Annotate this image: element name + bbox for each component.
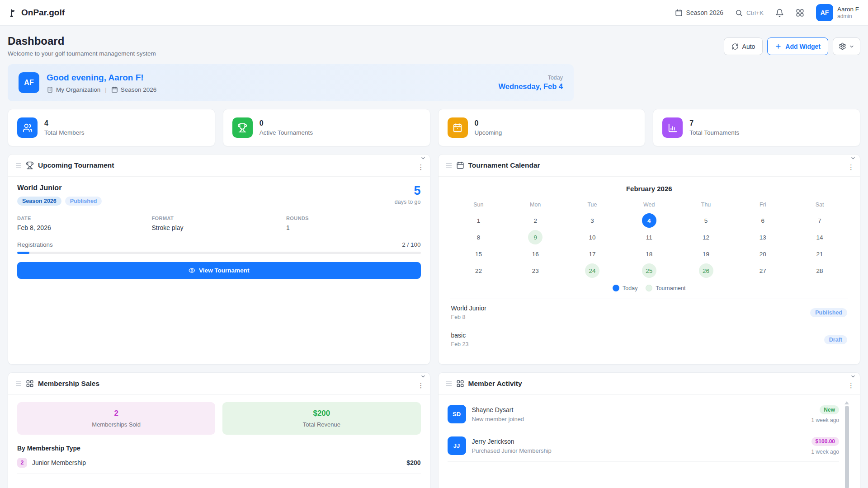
view-tournament-button[interactable]: View Tournament	[17, 262, 421, 279]
apps-menu-button[interactable]	[796, 9, 804, 17]
season-chunk: Season 2026	[111, 86, 157, 93]
weekday-label: Mon	[507, 200, 564, 211]
event-name: basic	[451, 332, 469, 339]
bar-chart-icon	[662, 117, 683, 138]
drag-handle-icon[interactable]	[15, 381, 22, 386]
greeting-text: Good evening, Aaron F!	[47, 73, 156, 83]
days-to-go-label: days to go	[395, 199, 421, 205]
membership-sales-widget: Membership Sales ⋮ 2 Memberships Sold $2…	[8, 372, 430, 488]
drag-handle-icon[interactable]	[15, 163, 22, 168]
membership-type-list: 2Junior Membership$200	[17, 452, 421, 474]
calendar-day-10[interactable]: 10	[564, 230, 621, 245]
scrollbar-up-arrow-icon[interactable]	[844, 401, 849, 404]
stat-value: 0	[475, 119, 502, 127]
rounds-label: ROUNDS	[286, 216, 421, 221]
legend-today-label: Today	[623, 285, 637, 291]
dashboard-settings-button[interactable]	[833, 38, 860, 55]
collapse-chevron-icon[interactable]	[420, 155, 426, 161]
auto-refresh-button[interactable]: Auto	[724, 38, 763, 55]
kebab-menu-icon[interactable]: ⋮	[848, 164, 854, 170]
season-selector[interactable]: Season 2026	[675, 9, 724, 17]
date-value: Feb 8, 2026	[17, 224, 152, 231]
calendar-day-18[interactable]: 18	[621, 246, 678, 262]
gear-icon	[839, 42, 846, 50]
calendar-day-4[interactable]: 4	[621, 213, 678, 228]
collapse-chevron-icon[interactable]	[850, 374, 856, 379]
meta-separator: |	[105, 86, 107, 93]
kebab-menu-icon[interactable]: ⋮	[848, 382, 854, 389]
scrollbar-thumb[interactable]	[845, 406, 849, 488]
format-label: FORMAT	[152, 216, 287, 221]
event-date: Feb 23	[451, 341, 469, 347]
add-widget-button[interactable]: Add Widget	[767, 38, 828, 55]
activity-scrollbar[interactable]	[844, 401, 849, 488]
calendar-day-27[interactable]: 27	[734, 263, 791, 278]
drag-handle-icon[interactable]	[446, 163, 452, 168]
calendar-day-11[interactable]: 11	[621, 230, 678, 245]
calendar-day-9[interactable]: 9	[507, 230, 564, 245]
calendar-day-20[interactable]: 20	[734, 246, 791, 262]
day-number: 1	[471, 213, 486, 228]
event-name: World Junior	[451, 305, 486, 312]
global-search[interactable]: Ctrl+K	[735, 9, 764, 17]
calendar-day-1[interactable]: 1	[450, 213, 507, 228]
calendar-day-15[interactable]: 15	[450, 246, 507, 262]
day-number: 8	[471, 230, 486, 244]
calendar-day-25[interactable]: 25	[621, 263, 678, 278]
stat-value: 0	[259, 119, 313, 127]
calendar-day-13[interactable]: 13	[734, 230, 791, 245]
calendar-day-22[interactable]: 22	[450, 263, 507, 278]
activity-badge: $100.00	[811, 437, 839, 446]
weekday-label: Sat	[791, 200, 848, 211]
day-number: 23	[528, 263, 542, 278]
calendar-day-21[interactable]: 21	[791, 246, 848, 262]
calendar-day-5[interactable]: 5	[678, 213, 735, 228]
calendar-day-14[interactable]: 14	[791, 230, 848, 245]
calendar-day-2[interactable]: 2	[507, 213, 564, 228]
calendar-day-17[interactable]: 17	[564, 246, 621, 262]
day-number: 18	[642, 247, 656, 261]
day-number: 10	[585, 230, 599, 244]
total-revenue-box: $200 Total Revenue	[222, 402, 420, 435]
date-label: DATE	[17, 216, 152, 221]
event-date: Feb 8	[451, 314, 486, 320]
stat-label: Total Tournaments	[689, 129, 739, 136]
search-shortcut: Ctrl+K	[746, 9, 764, 16]
calendar-day-7[interactable]: 7	[791, 213, 848, 228]
kebab-menu-icon[interactable]: ⋮	[418, 164, 425, 170]
calendar-day-24[interactable]: 24	[564, 263, 621, 278]
day-number: 28	[812, 263, 827, 278]
page-title: Dashboard	[8, 35, 156, 47]
day-number: 24	[585, 263, 599, 278]
collapse-chevron-icon[interactable]	[420, 374, 426, 379]
drag-handle-icon[interactable]	[446, 381, 452, 386]
calendar-event-row[interactable]: World JuniorFeb 8Published	[450, 299, 849, 326]
calendar-day-28[interactable]: 28	[791, 263, 848, 278]
day-number: 3	[585, 213, 599, 228]
eye-icon	[189, 267, 195, 274]
calendar-day-12[interactable]: 12	[678, 230, 735, 245]
calendar-day-3[interactable]: 3	[564, 213, 621, 228]
app-logo[interactable]: OnPar.golf	[9, 8, 65, 18]
weekday-label: Fri	[734, 200, 791, 211]
collapse-chevron-icon[interactable]	[850, 155, 856, 161]
user-menu[interactable]: AF Aaron F admin	[816, 4, 859, 21]
calendar-event-row[interactable]: basicFeb 23Draft	[450, 326, 849, 353]
search-icon	[735, 9, 743, 17]
type-amount: $200	[406, 459, 420, 466]
calendar-day-16[interactable]: 16	[507, 246, 564, 262]
activity-time: 1 week ago	[811, 417, 839, 423]
calendar-day-8[interactable]: 8	[450, 230, 507, 245]
calendar-day-19[interactable]: 19	[678, 246, 735, 262]
day-number: 9	[528, 230, 542, 244]
view-tournament-label: View Tournament	[199, 267, 249, 274]
format-value: Stroke play	[152, 224, 287, 231]
calendar-day-6[interactable]: 6	[734, 213, 791, 228]
total-revenue-value: $200	[227, 409, 416, 418]
registrations-progress-fill	[17, 252, 29, 254]
notifications-button[interactable]	[775, 9, 784, 17]
calendar-day-26[interactable]: 26	[678, 263, 735, 278]
calendar-day-23[interactable]: 23	[507, 263, 564, 278]
kebab-menu-icon[interactable]: ⋮	[418, 382, 425, 389]
greeting-banner: AF Good evening, Aaron F! My Organizatio…	[8, 64, 574, 101]
